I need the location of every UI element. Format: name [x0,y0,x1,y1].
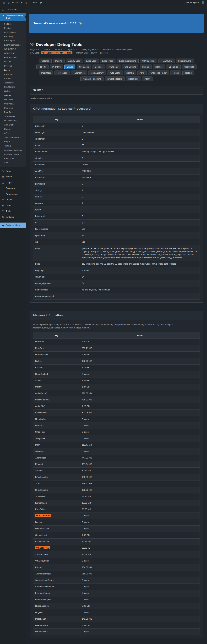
my-account-menu[interactable]: (User ID: 1) user [182,0,206,5]
comments-menu[interactable]: ❝ [20,0,24,5]
sidebar-subitem[interactable]: Available Functions [0,148,26,152]
tab[interactable]: WP-CONFIG [140,58,157,63]
tab[interactable]: Functions.php [176,58,194,63]
tab[interactable]: Shortcode Finder [148,70,169,75]
sidebar-item[interactable]: ⌂ Dashboard [0,7,26,12]
sidebar-subitem[interactable]: APIs [0,131,26,135]
tab[interactable]: Server [64,64,75,69]
sidebar-subitem[interactable]: Testing [0,144,26,148]
tab[interactable]: Testing [182,70,194,75]
tab[interactable]: Regex [170,70,181,75]
debug-tools-adminbar-menu[interactable]: ⚙ [24,0,29,5]
new-content-menu[interactable]: + New [29,0,38,5]
sidebar-subitem[interactable]: Resources [0,156,26,160]
sidebar-subitem[interactable]: Plugins [0,26,26,30]
sidebar-subitem[interactable]: Auto-Drafts [0,123,26,127]
tab[interactable]: APIs [138,70,147,75]
tab[interactable]: Plugins [53,58,65,63]
tab[interactable]: Available Hooks [105,76,125,81]
tab[interactable]: Globals [140,64,152,69]
tab[interactable]: Media Library [88,70,106,75]
sidebar-subitem[interactable]: PHP.INI [0,60,26,64]
sidebar-subitem[interactable]: About [0,160,26,165]
sidebar-subitem[interactable]: Transients [0,81,26,85]
tools-icon: ⚒ [30,42,34,47]
sidebar-subitem[interactable]: Settings [0,22,26,26]
sidebar-subitem[interactable]: Error Types [0,39,26,43]
sidebar-subitem[interactable]: Functions.php [0,56,26,60]
sidebar-item-label: Appearance [6,192,18,196]
sidebar-subitem[interactable]: Error Suppressing [0,43,26,47]
sidebar-subitem[interactable]: Available Hooks [0,152,26,156]
sidebar-item[interactable]: ⚙ Settings [0,214,26,220]
tab[interactable]: PHP Info [50,64,63,69]
tab[interactable]: Available Functions [80,76,104,81]
server-section-header: Server [30,86,203,94]
sidebar-subitem[interactable]: User Meta [0,102,26,106]
sidebar-subitem[interactable]: Regex [0,140,26,144]
tab[interactable]: PHP.INI [36,64,48,69]
sidebar-item[interactable]: ❝ Comments [0,186,26,191]
site-name-menu[interactable]: ⌂ Test site [7,0,20,5]
sidebar-subitem[interactable]: Shortcode Finder [0,135,26,140]
cpu-row-key: wp [33,239,80,245]
sidebar-item[interactable]: ⚙ Developer Debug Tools [0,12,26,21]
sidebar-item[interactable]: ☻ Users [0,203,26,209]
tab[interactable]: DB Tables [166,64,181,69]
sidebar-item[interactable]: ❖ Plugins [0,197,26,203]
sidebar-item[interactable]: ⚒ Tools [0,208,26,214]
tab[interactable]: Site Options [122,64,138,69]
sidebar-subitem[interactable]: HTACCESS [0,51,26,56]
sidebar-subitem[interactable]: Activity Logs [0,30,26,34]
tab[interactable]: Taxonomies [71,70,87,75]
plugins-icon: ❖ [1,198,4,202]
sidebar-item[interactable]: ◀ Collapse Menu [0,222,26,228]
tab[interactable]: User Meta [182,64,196,69]
sidebar-subitem[interactable]: WP-CONFIG [0,47,26,51]
sidebar-subitem[interactable]: Error Logs [0,34,26,39]
sidebar-item[interactable]: ▦ Media [0,174,26,180]
tab[interactable]: Post Types [54,70,70,75]
tab[interactable]: Domain [124,70,136,75]
sidebar-subitem[interactable]: Cron Jobs [0,72,26,76]
sidebar-subitem[interactable]: Domain [0,127,26,131]
sidebar-subitem[interactable]: Server [0,68,26,72]
users-icon: ☻ [1,204,4,207]
tab[interactable]: Settings [39,58,52,63]
tab[interactable]: Cookies [92,64,105,69]
sidebar-subitem[interactable]: DB Tables [0,98,26,102]
meta-item: jQuery Migrate 3.4.1 [82,48,102,50]
sidebar-subitem[interactable]: Site Options [0,85,26,89]
tab[interactable]: Error Types [100,58,116,63]
cpu-row-value: 6 [80,136,200,142]
sidebar-subitem[interactable]: Defines [0,93,26,98]
sidebar-subitem[interactable]: Post Meta [0,106,26,110]
tab[interactable]: Defines [153,64,165,69]
tab[interactable]: Resources [126,76,141,81]
tab[interactable]: Activity Logs [66,58,82,63]
flag-menu[interactable]: ⚑ [38,0,44,5]
sidebar-item[interactable]: ❏ Pages [0,180,26,186]
cpu-table-row: power management [33,293,200,300]
tab[interactable]: Auto-Drafts [107,70,123,75]
cpu-row-value: Intel(R) Xeon(R) CPU @ 2.30GHz [80,149,200,155]
tab[interactable]: Post Meta [39,70,53,75]
sidebar-subitem[interactable]: Post Types [0,110,26,114]
tab[interactable]: Error Logs [84,58,98,63]
tab[interactable]: Transients [106,64,121,69]
meta-item: PHP 8.1.12 [55,48,68,50]
wp-logo-menu[interactable]: Ⓦ [1,0,7,5]
tab[interactable]: About [142,76,152,81]
sidebar-subitem[interactable]: Media Library [0,118,26,123]
sidebar-item[interactable]: ✦ Appearance [0,191,26,197]
whats-new-banner[interactable]: See what's new in version 2.0.2! ✨ [29,14,204,33]
sidebar-item[interactable]: ✎ Posts [0,168,26,174]
tab[interactable]: HTACCESS [158,58,174,63]
sidebar-subitem[interactable]: PHP Info [0,64,26,68]
memory-row-value: 0 bytes [80,526,200,532]
sidebar-subitem[interactable]: Globals [0,89,26,93]
tab[interactable]: Cron Jobs [77,64,91,69]
sidebar-subitem[interactable]: Taxonomies [0,114,26,118]
tab[interactable]: Error Suppressing [117,58,138,63]
sidebar-subitem[interactable]: Cookies [0,76,26,81]
